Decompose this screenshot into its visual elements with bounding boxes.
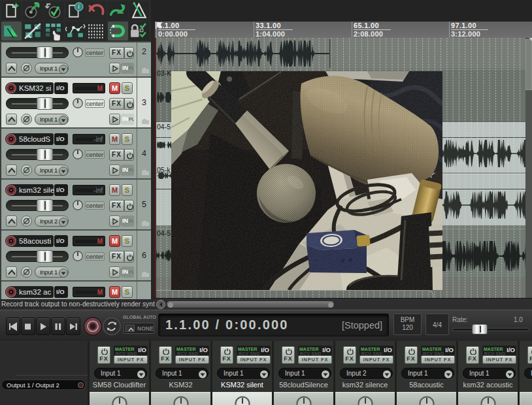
svg-text:i: i <box>78 3 80 10</box>
